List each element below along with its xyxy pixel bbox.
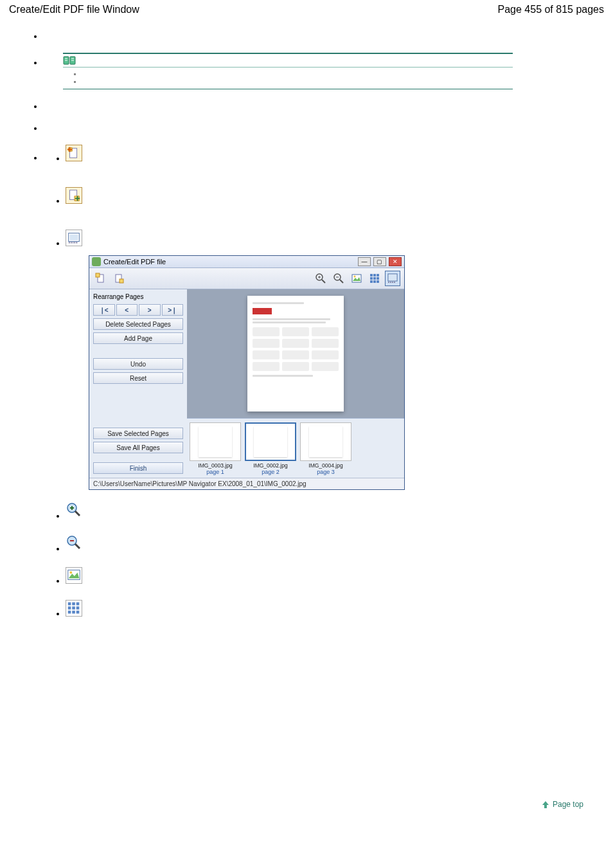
sub-item-c (66, 230, 587, 246)
thumbnail-strip: IMG_0003.jpg IMG_0002.jpg IMG_0004.jpg (187, 418, 404, 469)
tb-add-before-icon[interactable] (93, 271, 109, 286)
svg-point-31 (354, 276, 356, 278)
add-page-button[interactable]: Add Page (93, 332, 183, 344)
bullet-3 (44, 101, 587, 111)
svg-point-56 (70, 572, 73, 574)
tb-thumb-grid-icon[interactable] (367, 271, 382, 286)
add-page-after-icon (66, 187, 82, 204)
svg-marker-66 (542, 801, 549, 808)
svg-rect-46 (394, 282, 395, 283)
page-label-2: page 2 (245, 469, 296, 475)
note-box (63, 53, 513, 89)
undo-button[interactable]: Undo (93, 358, 183, 370)
svg-rect-19 (96, 273, 100, 277)
svg-rect-43 (388, 282, 389, 283)
bullet-1 (44, 31, 587, 41)
thumb-2[interactable]: IMG_0002.jpg (245, 422, 296, 469)
tb-image-view-icon[interactable] (349, 271, 364, 286)
svg-rect-16 (73, 242, 75, 243)
svg-rect-61 (72, 606, 75, 610)
bullet-2 (44, 53, 587, 89)
window-controls: — ▢ ✕ (357, 257, 402, 266)
svg-rect-42 (389, 275, 396, 280)
app-window-title: Create/Edit PDF file (103, 258, 166, 266)
svg-line-27 (340, 280, 343, 283)
finish-button[interactable]: Finish (93, 462, 183, 474)
tb-preview-mode-icon[interactable] (385, 271, 400, 286)
svg-rect-13 (70, 234, 78, 240)
embedded-screenshot: Create/Edit PDF file — ▢ ✕ (89, 255, 587, 490)
thumb-1[interactable]: IMG_0003.jpg (190, 422, 241, 469)
maximize-button[interactable]: ▢ (373, 257, 386, 266)
nav-last-button[interactable]: >❘ (162, 304, 184, 316)
preview-canvas (187, 289, 404, 418)
page-label-1: page 1 (190, 469, 241, 475)
svg-rect-60 (68, 606, 71, 610)
app-title-icon (92, 257, 101, 266)
svg-line-52 (75, 544, 80, 548)
page-top-link[interactable]: Page top (541, 800, 583, 809)
nav-prev-button[interactable]: < (116, 304, 138, 316)
thumb-3-file: IMG_0004.jpg (300, 462, 351, 469)
thumb-3[interactable]: IMG_0004.jpg (300, 422, 351, 469)
thumbnail-mode-icon (66, 230, 82, 246)
thumb-2-file: IMG_0002.jpg (245, 462, 296, 469)
svg-rect-44 (390, 282, 391, 283)
sub-item-b (66, 187, 587, 223)
svg-rect-64 (72, 611, 75, 614)
svg-line-23 (322, 280, 325, 283)
svg-rect-15 (71, 242, 73, 243)
svg-rect-14 (69, 242, 71, 243)
thumbnail-view-icon (66, 600, 82, 617)
delete-selected-button[interactable]: Delete Selected Pages (93, 318, 183, 330)
svg-rect-29 (352, 275, 361, 282)
svg-rect-17 (76, 242, 78, 243)
svg-rect-36 (373, 277, 376, 280)
lower-image-view (66, 567, 587, 593)
lower-zoom-out (66, 534, 587, 561)
zoom-out-icon (66, 534, 82, 551)
tb-add-after-icon[interactable] (111, 271, 127, 286)
status-bar: C:\Users\UserName\Pictures\MP Navigator … (89, 478, 404, 489)
zoom-in-icon (66, 502, 82, 518)
tb-zoom-in-icon[interactable] (313, 271, 328, 286)
svg-rect-62 (76, 606, 80, 610)
reset-button[interactable]: Reset (93, 372, 183, 384)
page-top-label: Page top (553, 800, 583, 809)
note-item-1 (82, 71, 513, 78)
svg-rect-40 (377, 280, 379, 283)
nav-first-button[interactable]: ❘< (93, 304, 115, 316)
svg-line-48 (75, 511, 80, 516)
svg-rect-33 (373, 274, 376, 276)
page-title: Create/Edit PDF file Window (9, 4, 139, 15)
nav-next-button[interactable]: > (139, 304, 161, 316)
save-all-button[interactable]: Save All Pages (93, 442, 183, 453)
page-label-3: page 3 (300, 469, 351, 475)
lower-thumb-view (66, 600, 587, 617)
image-view-icon (66, 567, 82, 584)
note-icon (63, 55, 77, 66)
minimize-button[interactable]: — (358, 257, 371, 266)
tb-zoom-out-icon[interactable] (331, 271, 346, 286)
svg-rect-45 (392, 282, 393, 283)
note-item-2 (82, 78, 513, 86)
sub-item-a (66, 145, 587, 181)
svg-rect-39 (373, 280, 376, 283)
svg-rect-59 (76, 602, 80, 606)
svg-rect-21 (120, 279, 123, 283)
rearrange-label: Rearrange Pages (93, 293, 183, 300)
svg-rect-37 (377, 277, 379, 280)
svg-rect-35 (370, 277, 373, 280)
close-button[interactable]: ✕ (389, 257, 402, 266)
bullet-4 (44, 123, 587, 133)
svg-rect-32 (370, 274, 373, 276)
svg-rect-63 (68, 611, 71, 614)
page-counter: Page 455 of 815 pages (498, 4, 604, 15)
svg-rect-65 (76, 611, 80, 614)
thumb-1-file: IMG_0003.jpg (190, 462, 241, 469)
add-page-before-icon (66, 145, 82, 161)
svg-rect-58 (72, 602, 75, 606)
save-selected-button[interactable]: Save Selected Pages (93, 428, 183, 439)
svg-rect-34 (377, 274, 379, 276)
bullet-5: Create/Edit PDF file — ▢ ✕ (44, 145, 587, 617)
